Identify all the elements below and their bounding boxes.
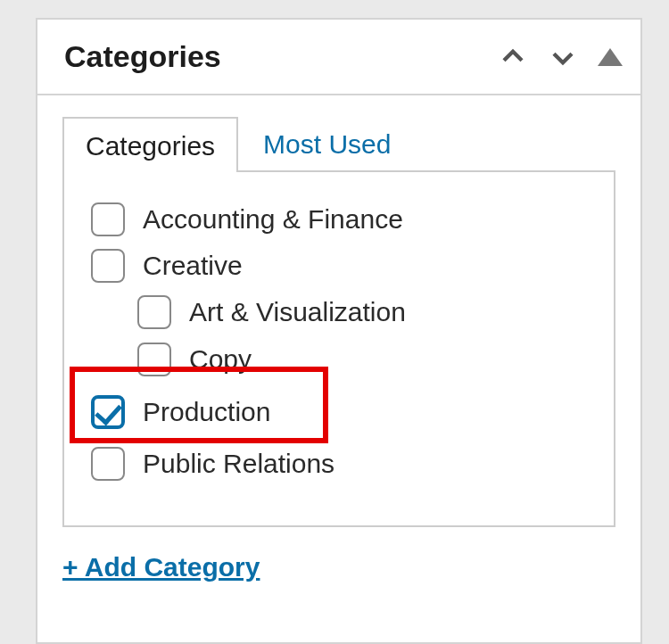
checkbox[interactable] <box>91 447 125 481</box>
tab-categories[interactable]: Categories <box>62 117 238 172</box>
checkbox[interactable] <box>91 249 125 283</box>
panel-header: Categories <box>37 20 640 95</box>
category-label: Creative <box>143 251 243 281</box>
panel-header-controls <box>498 42 623 72</box>
highlight-box <box>70 367 328 443</box>
chevron-up-icon <box>500 44 526 70</box>
collapse-toggle[interactable] <box>598 48 623 66</box>
category-list: Accounting & Finance Creative Art & Visu… <box>62 170 615 527</box>
category-item-art-visualization[interactable]: Art & Visualization <box>137 295 591 329</box>
category-label: Art & Visualization <box>189 297 406 327</box>
category-tabs: Categories Most Used <box>62 117 615 170</box>
tab-most-used[interactable]: Most Used <box>238 117 412 170</box>
chevron-down-icon <box>549 44 576 70</box>
category-item-public-relations[interactable]: Public Relations <box>91 447 591 481</box>
move-up-button[interactable] <box>498 42 528 72</box>
move-down-button[interactable] <box>548 42 578 72</box>
add-category-link[interactable]: + Add Category <box>62 552 260 582</box>
panel-title: Categories <box>64 39 498 74</box>
category-item-creative[interactable]: Creative <box>91 249 591 283</box>
category-label: Public Relations <box>143 449 334 479</box>
category-label: Accounting & Finance <box>143 204 403 235</box>
categories-panel: Categories Categories Most Used Accounti… <box>36 18 642 644</box>
checkbox[interactable] <box>137 295 171 329</box>
checkbox[interactable] <box>91 202 125 236</box>
category-item-accounting-finance[interactable]: Accounting & Finance <box>91 202 591 236</box>
panel-body: Categories Most Used Accounting & Financ… <box>37 95 640 582</box>
